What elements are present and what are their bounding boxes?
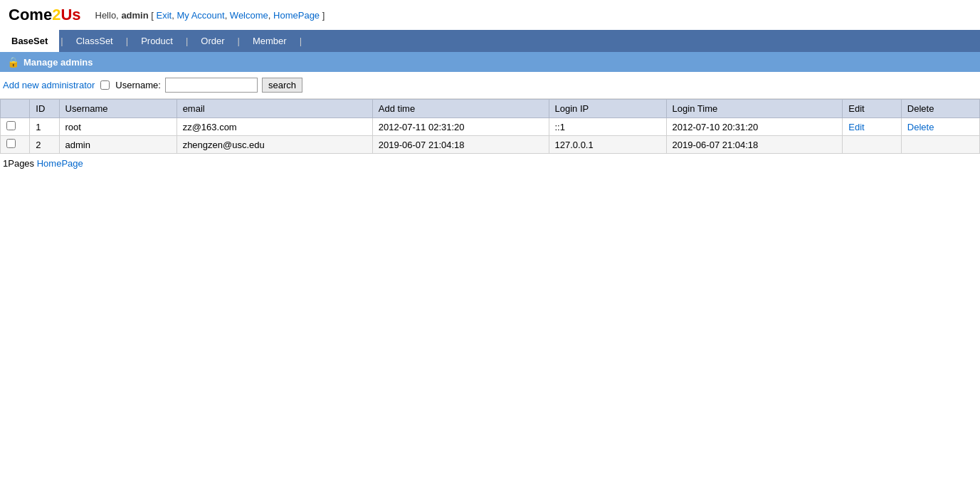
col-header-username: Username: [59, 100, 176, 118]
username-label: Username:: [115, 80, 161, 90]
row-email: zz@163.com: [176, 118, 372, 136]
logo-come: Come: [9, 6, 52, 23]
row-id: 2: [30, 136, 59, 154]
section-title: Manage admins: [23, 57, 93, 68]
header: Come2Us Hello, admin [ Exit, My Account,…: [0, 0, 980, 30]
row-delete: [901, 136, 979, 154]
logged-in-user: admin: [121, 10, 148, 21]
edit-link[interactable]: Edit: [848, 122, 864, 132]
nav-classset[interactable]: ClassSet: [65, 30, 125, 52]
row-logintime: 2012-07-10 20:31:20: [666, 118, 843, 136]
delete-link[interactable]: Delete: [907, 122, 934, 132]
row-checkbox[interactable]: [6, 121, 16, 130]
table-row: 2adminzhengzen@usc.edu2019-06-07 21:04:1…: [1, 136, 980, 154]
col-header-edit: Edit: [843, 100, 902, 118]
homepage-header-link[interactable]: HomePage: [273, 10, 320, 21]
row-delete[interactable]: Delete: [901, 118, 979, 136]
nav-sep-3: |: [184, 36, 189, 46]
toolbar: Add new administrator Username: search: [0, 72, 980, 99]
welcome-link[interactable]: Welcome: [230, 10, 268, 21]
nav-sep-4: |: [236, 36, 241, 46]
nav-sep-1: |: [59, 36, 64, 46]
row-edit[interactable]: Edit: [843, 118, 902, 136]
greeting-prefix: Hello,: [95, 10, 119, 21]
search-button[interactable]: search: [262, 78, 302, 93]
row-loginip: 127.0.0.1: [549, 136, 666, 154]
row-addtime: 2019-06-07 21:04:18: [372, 136, 549, 154]
logo-us: Us: [60, 6, 80, 23]
pagination-text: 1Pages: [3, 158, 34, 169]
row-addtime: 2012-07-11 02:31:20: [372, 118, 549, 136]
col-header-email: email: [176, 100, 372, 118]
add-admin-checkbox[interactable]: [100, 80, 110, 90]
add-administrator-link[interactable]: Add new administrator: [3, 80, 95, 90]
nav-baseset[interactable]: BaseSet: [0, 30, 59, 52]
my-account-link[interactable]: My Account: [176, 10, 224, 21]
username-search-input[interactable]: [165, 78, 258, 93]
row-checkbox[interactable]: [6, 139, 16, 148]
admin-table: ID Username email Add time Login IP Logi…: [0, 99, 980, 154]
logo-two: 2: [52, 6, 60, 23]
row-edit: [843, 136, 902, 154]
row-email: zhengzen@usc.edu: [176, 136, 372, 154]
col-header-checkbox: [1, 100, 30, 118]
nav-order[interactable]: Order: [189, 30, 236, 52]
row-username: admin: [59, 136, 176, 154]
col-header-delete: Delete: [901, 100, 979, 118]
nav: BaseSet | ClassSet | Product | Order | M…: [0, 30, 980, 52]
header-greeting: Hello, admin [ Exit, My Account, Welcome…: [95, 10, 325, 21]
col-header-addtime: Add time: [372, 100, 549, 118]
section-header: 🔒 Manage admins: [0, 52, 980, 72]
row-logintime: 2019-06-07 21:04:18: [666, 136, 843, 154]
col-header-id: ID: [30, 100, 59, 118]
row-loginip: ::1: [549, 118, 666, 136]
row-username: root: [59, 118, 176, 136]
nav-sep-5: |: [298, 36, 303, 46]
row-id: 1: [30, 118, 59, 136]
pagination: 1Pages HomePage: [0, 154, 980, 173]
col-header-logintime: Login Time: [666, 100, 843, 118]
nav-member[interactable]: Member: [241, 30, 298, 52]
logo: Come2Us: [9, 6, 81, 24]
nav-sep-2: |: [125, 36, 130, 46]
nav-product[interactable]: Product: [130, 30, 184, 52]
table-row: 1rootzz@163.com2012-07-11 02:31:20::1201…: [1, 118, 980, 136]
exit-link[interactable]: Exit: [157, 10, 172, 21]
col-header-loginip: Login IP: [549, 100, 666, 118]
pagination-homepage-link[interactable]: HomePage: [37, 158, 83, 169]
table-body: 1rootzz@163.com2012-07-11 02:31:20::1201…: [1, 118, 980, 154]
table-header-row: ID Username email Add time Login IP Logi…: [1, 100, 980, 118]
manage-admins-icon: 🔒: [7, 56, 19, 68]
